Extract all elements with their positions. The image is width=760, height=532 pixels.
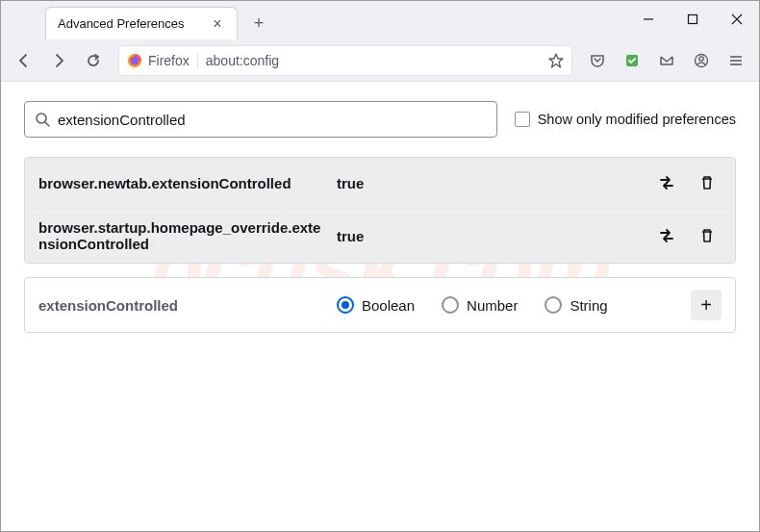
checkbox-label: Show only modified preferences [538, 112, 736, 127]
forward-button[interactable] [43, 45, 74, 76]
pref-row[interactable]: browser.newtab.extensionControlled true [25, 158, 735, 209]
reload-button[interactable] [78, 45, 109, 76]
titlebar: Advanced Preferences × + [1, 1, 759, 39]
tab-title: Advanced Preferences [58, 16, 202, 31]
radio-number[interactable]: Number [442, 296, 518, 314]
radio-icon [545, 296, 562, 314]
identity-box[interactable]: Firefox [127, 53, 198, 68]
pref-value: true [337, 175, 643, 191]
toolbar-right [582, 45, 751, 76]
preferences-table: browser.newtab.extensionControlled true … [24, 157, 736, 264]
toggle-button[interactable] [652, 221, 681, 250]
pref-actions [652, 221, 722, 250]
close-tab-icon[interactable]: × [210, 16, 225, 32]
pref-row[interactable]: browser.startup.homepage_override.extens… [25, 209, 735, 263]
radio-label: Number [467, 297, 518, 314]
url-bar[interactable]: Firefox about:config [118, 45, 572, 76]
pocket-button[interactable] [582, 45, 613, 76]
firefox-logo-icon [127, 53, 142, 68]
radio-icon [337, 296, 354, 314]
radio-boolean[interactable]: Boolean [337, 296, 415, 314]
pref-name: browser.newtab.extensionControlled [38, 175, 327, 191]
bookmark-star-icon[interactable] [548, 53, 564, 68]
minimize-button[interactable] [626, 1, 671, 38]
svg-rect-1 [689, 15, 697, 24]
toggle-button[interactable] [652, 168, 681, 197]
close-window-button[interactable] [715, 1, 759, 38]
page-content: Show only modified preferences browser.n… [1, 82, 759, 352]
radio-label: Boolean [362, 297, 415, 314]
add-pref-row: extensionControlled Boolean Number Strin… [24, 277, 736, 333]
browser-tab[interactable]: Advanced Preferences × [45, 7, 238, 39]
back-button[interactable] [9, 45, 39, 76]
inbox-icon[interactable] [651, 45, 682, 76]
delete-button[interactable] [693, 168, 722, 197]
pref-value: true [337, 228, 643, 244]
search-icon [35, 112, 50, 127]
radio-label: String [570, 297, 607, 314]
add-button[interactable]: + [691, 290, 722, 320]
search-input[interactable] [58, 112, 487, 128]
pref-name: browser.startup.homepage_override.extens… [38, 219, 327, 252]
window-controls [626, 1, 759, 38]
navigation-toolbar: Firefox about:config [1, 39, 759, 82]
delete-button[interactable] [693, 221, 722, 250]
new-tab-button[interactable]: + [245, 10, 272, 37]
add-pref-name: extensionControlled [38, 297, 327, 314]
modified-only-checkbox[interactable]: Show only modified preferences [515, 112, 736, 127]
checkbox-icon [515, 112, 530, 127]
browser-window: Advanced Preferences × + Firefox about:c… [0, 0, 760, 532]
search-box[interactable] [24, 101, 497, 138]
menu-button[interactable] [721, 45, 751, 76]
radio-string[interactable]: String [545, 296, 607, 314]
url-text: about:config [206, 53, 541, 68]
radio-icon [442, 296, 459, 314]
svg-line-13 [45, 122, 49, 126]
account-icon[interactable] [686, 45, 717, 76]
search-row: Show only modified preferences [24, 101, 736, 138]
svg-point-8 [699, 56, 703, 60]
pref-actions [652, 168, 722, 197]
identity-label: Firefox [148, 53, 190, 68]
maximize-button[interactable] [671, 1, 715, 38]
extension-icon[interactable] [617, 45, 647, 76]
type-radio-group: Boolean Number String [337, 296, 681, 314]
